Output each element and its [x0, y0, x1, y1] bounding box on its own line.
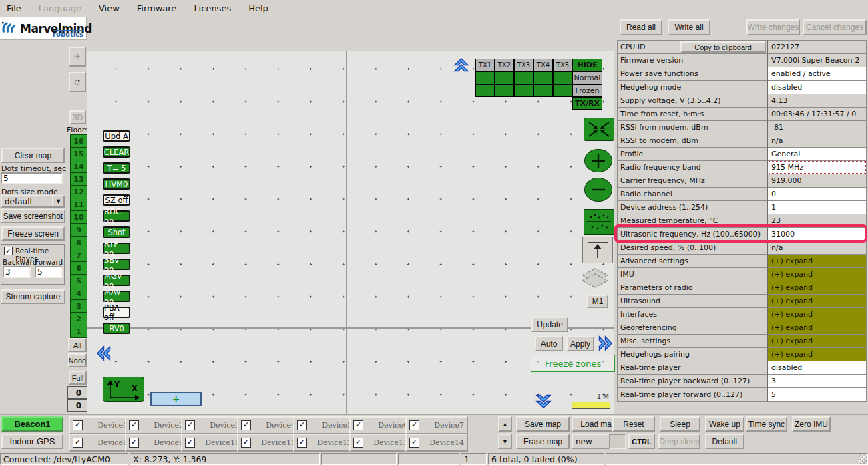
expand-advanced-settings[interactable]: (+) expand [768, 254, 867, 268]
update-button[interactable]: Update [531, 317, 568, 332]
map-button-bv0[interactable]: BV0 [103, 323, 130, 334]
device-scroll-down-icon[interactable]: ▼ [498, 434, 512, 449]
floor-14[interactable]: 14 [70, 160, 87, 173]
zoom-in-icon[interactable] [584, 149, 612, 172]
param-value-selected[interactable]: 915 MHz [768, 160, 867, 174]
time-sync-button[interactable]: Time sync [746, 416, 787, 432]
tx-cell[interactable] [553, 84, 572, 97]
device13-cell[interactable]: Device13 [349, 434, 412, 452]
map-button-sbv-on[interactable]: SBV on [103, 259, 130, 270]
save-map-button[interactable]: Save map [516, 416, 570, 432]
write-all-button[interactable]: Write all [668, 19, 710, 35]
floor-13[interactable]: 13 [70, 172, 87, 186]
menu-view[interactable]: View [99, 3, 120, 13]
tx-cell[interactable] [475, 84, 495, 97]
tx5-header[interactable]: TX5 [553, 59, 572, 71]
device9-cell[interactable]: Device9 [125, 434, 188, 452]
map-button-rtp-on[interactable]: RTP on [103, 243, 130, 254]
chevron-down-icon[interactable]: ▼ [52, 196, 63, 206]
device4-checkbox[interactable] [241, 420, 251, 430]
floor-1[interactable]: 1 [70, 325, 87, 338]
floor-15[interactable]: 15 [70, 147, 87, 160]
floors-all-button[interactable]: All [68, 338, 87, 352]
floor-2[interactable]: 2 [70, 312, 87, 325]
ctrl-checkbox[interactable] [609, 434, 626, 449]
tx-cell[interactable] [495, 71, 514, 84]
param-value[interactable]: 3 [768, 374, 867, 388]
tx-cell[interactable] [514, 71, 533, 84]
dots-timeout-input[interactable] [1, 172, 63, 184]
erase-map-button[interactable]: Erase map [516, 434, 570, 449]
device6-checkbox[interactable] [353, 420, 363, 430]
map-button-sz-off[interactable]: SZ off [103, 194, 130, 206]
floor-3[interactable]: 3 [70, 299, 87, 313]
device6-cell[interactable]: Device6 [349, 416, 412, 434]
expand-parameters-of-radio[interactable]: (+) expand [768, 281, 867, 295]
map-button-clear[interactable]: CLEAR [103, 146, 130, 158]
menu-licenses[interactable]: Licenses [194, 3, 231, 13]
copy-to-clipboard-button[interactable]: Copy to clipboard [680, 41, 766, 53]
device11-checkbox[interactable] [241, 438, 251, 448]
param-value[interactable]: 0 [768, 187, 867, 201]
map-button-mgv-on[interactable]: MGV on [103, 275, 130, 286]
hide-cell[interactable]: HIDE [572, 59, 602, 71]
expand-imu[interactable]: (+) expand [768, 267, 867, 281]
floor-5[interactable]: 5 [70, 274, 87, 287]
floor-9[interactable]: 9 [70, 223, 87, 237]
map-button-upd-a[interactable]: Upd A [103, 130, 130, 142]
floor-7[interactable]: 7 [70, 249, 87, 262]
device10-cell[interactable]: Device10 [181, 434, 244, 452]
deep-sleep-button[interactable]: Deep sleep [658, 434, 700, 449]
device8-checkbox[interactable] [73, 438, 83, 448]
collapse-left-icon[interactable] [96, 345, 114, 362]
param-value[interactable]: disabled [768, 361, 867, 375]
zoom-out-icon[interactable] [584, 178, 612, 202]
ctrl-button[interactable]: CTRL [628, 434, 655, 449]
wake-up-button[interactable]: Wake up [705, 416, 744, 432]
tx-cell[interactable] [553, 71, 572, 84]
floors-full-button[interactable]: Full [69, 371, 87, 385]
normal-cell[interactable]: Normal [572, 71, 602, 84]
collapse-up-icon[interactable] [453, 57, 470, 75]
device5-checkbox[interactable] [297, 420, 307, 430]
map-button-hvm0[interactable]: HVM0 [103, 178, 130, 190]
device-scroll-up-icon[interactable]: ▲ [498, 416, 512, 432]
param-value-ultrasonic[interactable]: 31000 [768, 227, 867, 241]
tx4-header[interactable]: TX4 [533, 59, 553, 71]
save-screenshot-button[interactable]: Save screenshot [1, 209, 65, 223]
tx-cell[interactable] [514, 84, 533, 97]
collapse-down-icon[interactable] [535, 392, 552, 409]
default-button[interactable]: Default [705, 434, 744, 449]
sleep-button[interactable]: Sleep [660, 416, 700, 432]
floor-11[interactable]: 11 [70, 198, 87, 211]
param-value[interactable]: enabled / active [768, 67, 867, 81]
write-changes-button[interactable]: Write changes [746, 19, 800, 35]
tab-beacon1[interactable]: Beacon1 [1, 416, 63, 432]
floor-10[interactable]: 10 [70, 210, 87, 224]
tx-cell[interactable] [495, 84, 514, 97]
param-value[interactable]: General [768, 147, 867, 161]
menu-firmware[interactable]: Firmware [137, 3, 177, 13]
forward-input[interactable] [35, 266, 63, 278]
tx-cell[interactable] [533, 84, 553, 97]
realtime-player-checkbox[interactable] [4, 247, 13, 255]
device4-cell[interactable]: Device4 [237, 416, 300, 434]
tx3-header[interactable]: TX3 [514, 59, 533, 71]
map-canvas[interactable]: Upd A CLEAR T= 5 HVM0 SZ off BDC on Shot… [87, 51, 614, 414]
tx-cell[interactable] [533, 71, 553, 84]
menu-help[interactable]: Help [248, 3, 268, 13]
xy-axes-icon[interactable]: xy [69, 47, 86, 67]
device13-checkbox[interactable] [353, 438, 363, 448]
device10-checkbox[interactable] [185, 438, 195, 448]
device7-cell[interactable]: Device7 [405, 416, 468, 434]
floor-4[interactable]: 4 [70, 287, 87, 300]
device14-checkbox[interactable] [409, 438, 419, 448]
expand-georeferencing[interactable]: (+) expand [768, 321, 867, 335]
m1-button[interactable]: M1 [587, 295, 608, 308]
frozen-cell[interactable]: Frozen [572, 84, 602, 97]
tab-indoor-gps[interactable]: Indoor GPS [1, 434, 63, 449]
zero-imu-button[interactable]: Zero IMU [792, 416, 831, 432]
apply-button[interactable]: Apply [566, 336, 594, 351]
device5-cell[interactable]: Device5 [293, 416, 356, 434]
map-button-pba-off[interactable]: PBA off [103, 307, 130, 318]
